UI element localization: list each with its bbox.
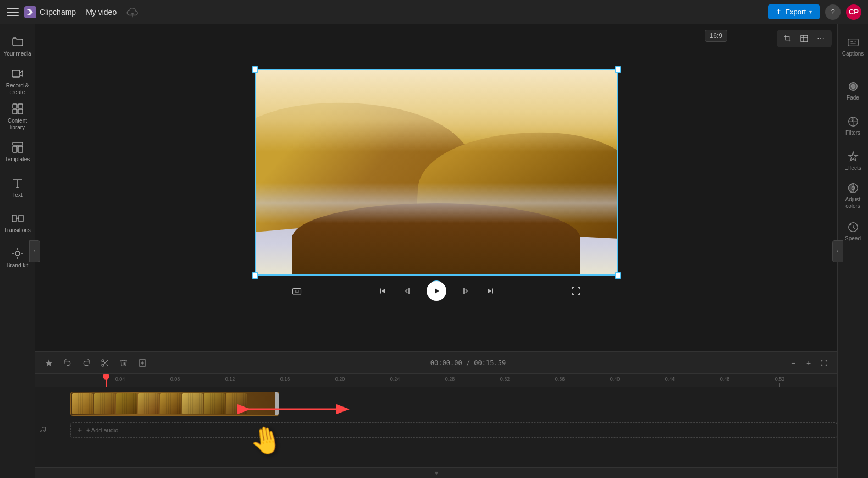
filters-icon [847,116,859,128]
skip-back-button[interactable] [374,282,391,300]
speed-icon [847,221,859,233]
sidebar-label-text: Text [12,192,22,198]
redo-button[interactable] [79,356,93,370]
ruler-mark: 0:48 [725,383,725,387]
content-library-icon [11,102,24,116]
zoom-in-button[interactable]: + [802,356,815,370]
resize-handle-bl[interactable] [252,272,258,279]
video-canvas-wrapper[interactable]: ↻ [255,69,618,276]
topbar-right: ⬆ Export ▾ ? CP [768,4,861,20]
cloud-sync-icon [126,6,139,18]
svg-rect-13 [292,289,301,295]
sidebar-item-brand-kit[interactable]: Brand kit [2,241,33,274]
sidebar-item-your-media[interactable]: Your media [2,30,33,63]
zoom-out-button[interactable]: − [787,356,800,370]
right-sidebar-item-speed[interactable]: Speed [840,215,866,248]
video-track-content: Aerial view of desert ⏸ [70,387,837,420]
cut-button[interactable] [98,356,112,370]
ruler-mark: 0:32 [505,383,505,387]
user-avatar[interactable]: CP [846,4,861,20]
svg-point-11 [15,251,20,256]
sky-haze [256,70,617,152]
fullscreen-button[interactable] [567,282,585,300]
rewind-button[interactable] [400,282,418,300]
delete-button[interactable] [117,356,131,370]
center-panel: ⋯ 16:9 ↻ [35,24,837,478]
ruler-mark: 0:04 [120,383,120,387]
play-button[interactable] [427,281,446,301]
sidebar-item-templates[interactable]: Templates [2,135,33,168]
crop-button[interactable] [781,32,794,45]
more-options-button[interactable]: ⋯ [814,32,827,45]
undo-button[interactable] [60,356,75,370]
export-icon: ⬆ [776,8,782,16]
right-sidebar-label-captions: Captions [842,51,864,57]
export-chevron-icon: ▾ [809,9,812,15]
sidebar-label-your-media: Your media [3,51,31,57]
video-canvas [255,69,618,276]
resize-button[interactable] [798,32,811,45]
ruler-marks: 0:04 0:08 0:12 0:16 0:20 0:24 0:28 0:32 … [70,374,837,387]
right-sidebar-label-effects: Effects [844,165,861,171]
folder-icon [11,35,24,48]
logo-area[interactable]: Clipchamp [24,6,76,18]
sidebar-item-transitions[interactable]: Transitions [2,206,33,239]
add-audio-button[interactable]: + Add audio [70,422,837,438]
ruler-mark: 0:44 [670,383,670,387]
right-sidebar-item-captions[interactable]: Captions [840,30,866,63]
right-sidebar-item-filters[interactable]: Filters [840,109,866,142]
playhead[interactable] [106,374,107,387]
topbar: Clipchamp My video ⬆ Export ▾ ? CP [0,0,868,24]
svg-rect-12 [801,35,808,42]
mist [256,183,617,223]
resize-handle-br[interactable] [615,272,621,279]
add-to-timeline-button[interactable] [135,356,150,370]
video-clip[interactable]: ⏸ [70,392,279,416]
skip-forward-button[interactable] [482,282,499,300]
resize-handle-tr[interactable] [615,66,621,73]
clip-thumbnail-5 [160,393,181,414]
svg-point-27 [851,84,855,88]
clip-thumbnail-3 [116,393,137,414]
right-sidebar-label-fade: Fade [847,95,859,101]
right-sidebar-collapse-button[interactable]: ‹ [832,240,843,262]
current-time: 00:00.00 [430,359,462,367]
sidebar-item-text[interactable]: Text [2,171,33,204]
total-time: 00:15.59 [474,359,506,367]
right-sidebar-item-fade[interactable]: Fade [840,74,866,107]
sidebar-item-record-create[interactable]: Record &create [2,65,33,98]
aspect-ratio-badge[interactable]: 16:9 [705,30,727,42]
svg-rect-4 [13,109,17,114]
help-button[interactable]: ? [825,4,841,20]
timeline-time-display: 00:00.00 / 00:15.59 [154,359,782,367]
menu-button[interactable] [7,6,19,18]
fast-forward-button[interactable] [455,282,473,300]
svg-rect-3 [18,104,23,108]
sidebar-collapse-button[interactable]: › [29,240,40,262]
ruler-mark: 0:40 [615,383,615,387]
avatar-initials: CP [849,8,859,16]
clip-thumbnail-4 [138,393,159,414]
right-sidebar-label-filters: Filters [845,130,860,136]
export-button[interactable]: ⬆ Export ▾ [768,4,820,19]
svg-rect-8 [18,146,23,152]
text-icon [11,177,24,190]
svg-point-22 [44,430,46,432]
svg-point-14 [102,360,104,362]
clip-thumbnail-7 [204,393,225,414]
resize-handle-tl[interactable] [252,66,258,73]
clip-thumbnail-1 [72,393,93,414]
timeline-bottom-expand[interactable]: ▾ [35,467,837,478]
captions-toggle-button[interactable] [288,282,306,300]
timeline-zoom-controls: − + [787,356,831,370]
magic-cut-button[interactable] [42,356,56,370]
right-sidebar-item-adjust-colors[interactable]: Adjustcolors [840,179,866,212]
video-title[interactable]: My video [81,6,121,19]
zoom-fit-button[interactable] [817,356,831,370]
playback-controls [255,276,618,306]
ruler-mark: 0:12 [230,383,230,387]
right-sidebar-item-effects[interactable]: Effects [840,144,866,177]
svg-rect-1 [12,70,20,77]
clip-end-handle[interactable] [275,392,279,415]
sidebar-item-content-library[interactable]: Contentlibrary [2,100,33,133]
